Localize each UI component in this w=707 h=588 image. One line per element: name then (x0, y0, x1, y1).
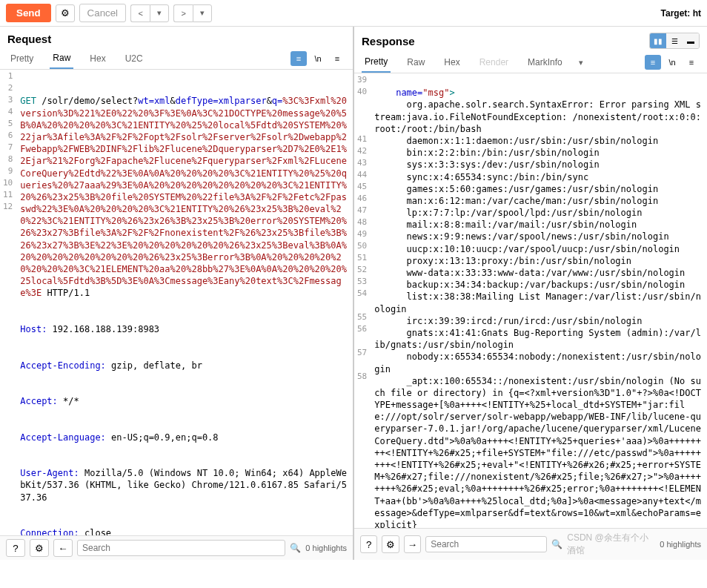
tab-raw[interactable]: Raw (50, 48, 73, 69)
tab-u2c[interactable]: U2C (122, 49, 146, 68)
request-highlights: 0 highlights (305, 544, 347, 552)
list-icon: ≡ (651, 58, 655, 67)
request-footer: ? ⚙ ← 🔍 0 highlights (0, 535, 353, 560)
watermark: CSDN @余生有个小酒馆 (567, 532, 655, 557)
response-tabs: Pretty Raw Hex Render MarkInfo ▾ ≡ \n ≡ (354, 52, 707, 73)
tab-hex[interactable]: Hex (441, 53, 462, 72)
chevron-right-icon: > (181, 9, 185, 18)
layout-rows[interactable]: ☰ (666, 33, 683, 48)
request-title: Request (7, 33, 345, 45)
newline-button[interactable]: \n (310, 51, 326, 66)
newline-button[interactable]: \n (664, 55, 680, 70)
help-button[interactable]: ? (6, 539, 25, 557)
request-pane: Request Pretty Raw Hex U2C ≡ \n ≡ 123456… (0, 27, 354, 560)
request-editor[interactable]: 123456789101112 GET /solr/demo/select?wt… (0, 70, 353, 535)
actions-button[interactable]: ≡ (291, 51, 307, 66)
toolbar: Send ⚙ Cancel < ▾ > ▾ Target: ht (0, 0, 707, 26)
forward-dropdown[interactable]: ▾ (193, 4, 212, 22)
arrow-right-icon: → (408, 539, 417, 550)
gear-icon: ⚙ (61, 7, 70, 19)
cancel-button[interactable]: Cancel (79, 4, 127, 22)
tab-markinfo[interactable]: MarkInfo (525, 53, 565, 72)
layout-single[interactable]: ▬ (683, 33, 699, 48)
chevron-down-icon: ▾ (157, 8, 162, 18)
send-button[interactable]: Send (6, 4, 51, 22)
hamburger-icon: ≡ (689, 58, 694, 67)
hamburger-icon: ≡ (335, 54, 339, 63)
search-icon: 🔍 (290, 543, 301, 553)
arrow-button[interactable]: ← (53, 539, 73, 557)
tab-raw[interactable]: Raw (404, 53, 428, 72)
tab-pretty[interactable]: Pretty (362, 52, 391, 73)
request-gutter: 123456789101112 (0, 70, 17, 535)
response-pane: Response ▮▮ ☰ ▬ Pretty Raw Hex Render Ma… (354, 27, 707, 560)
columns-icon: ▮▮ (654, 37, 663, 45)
layout-toggles: ▮▮ ☰ ▬ (649, 33, 700, 49)
request-search-input[interactable] (77, 540, 285, 556)
help-button[interactable]: ? (360, 535, 377, 553)
chevron-left-icon: < (138, 9, 142, 18)
response-search-input[interactable] (425, 536, 547, 552)
history-forward-group: > ▾ (173, 4, 212, 22)
arrow-button[interactable]: → (404, 535, 421, 553)
help-icon: ? (366, 539, 371, 550)
gear-button[interactable]: ⚙ (56, 4, 75, 22)
target-label: Target: ht (661, 8, 701, 19)
request-tabs: Pretty Raw Hex U2C ≡ \n ≡ (0, 48, 353, 70)
layout-columns[interactable]: ▮▮ (650, 33, 666, 48)
tab-hex[interactable]: Hex (87, 49, 108, 68)
chevron-down-icon[interactable]: ▾ (579, 58, 583, 67)
history-back-group: < ▾ (130, 4, 169, 22)
back-button[interactable]: < (130, 4, 150, 22)
request-code[interactable]: GET /solr/demo/select?wt=xml&defType=xml… (17, 70, 353, 535)
square-icon: ▬ (687, 37, 694, 45)
rows-icon: ☰ (671, 37, 678, 45)
response-highlights: 0 highlights (660, 540, 701, 549)
menu-button[interactable]: ≡ (683, 55, 700, 70)
response-title: Response (362, 35, 649, 47)
response-gutter: 3940414243444546474849505152535455565758 (354, 73, 371, 528)
chevron-down-icon: ▾ (200, 8, 205, 18)
settings-button[interactable]: ⚙ (30, 539, 49, 557)
response-editor[interactable]: 3940414243444546474849505152535455565758… (354, 73, 707, 528)
tab-render[interactable]: Render (477, 53, 511, 72)
response-footer: ? ⚙ → 🔍 CSDN @余生有个小酒馆 0 highlights (354, 528, 707, 560)
help-icon: ? (13, 543, 18, 554)
list-icon: ≡ (296, 54, 301, 63)
settings-button[interactable]: ⚙ (382, 535, 399, 553)
gear-icon: ⚙ (35, 543, 44, 554)
back-dropdown[interactable]: ▾ (150, 4, 169, 22)
arrow-left-icon: ← (58, 543, 67, 554)
menu-button[interactable]: ≡ (329, 51, 345, 66)
search-icon: 🔍 (551, 539, 562, 549)
tab-pretty[interactable]: Pretty (7, 49, 36, 68)
forward-button[interactable]: > (173, 4, 193, 22)
response-code[interactable]: name="msg"> org.apache.solr.search.Synta… (371, 73, 707, 528)
actions-button[interactable]: ≡ (645, 55, 661, 70)
gear-icon: ⚙ (386, 539, 395, 550)
